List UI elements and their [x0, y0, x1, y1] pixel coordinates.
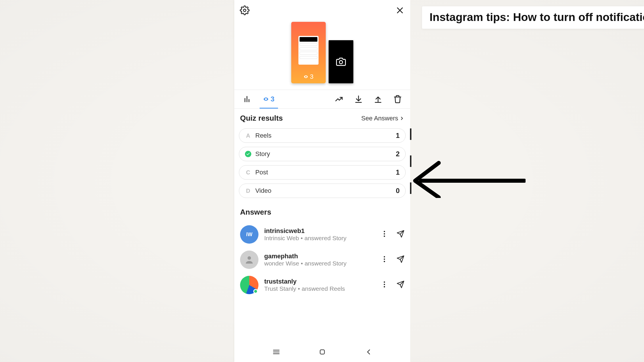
option-label: Post: [255, 169, 392, 176]
delete-button[interactable]: [388, 90, 407, 108]
recents-button[interactable]: [272, 348, 281, 356]
quiz-option-b[interactable]: Story 2: [239, 147, 406, 161]
svg-point-9: [384, 231, 385, 232]
option-letter: D: [245, 188, 251, 194]
option-label: Story: [255, 150, 392, 158]
svg-point-10: [384, 233, 385, 235]
check-icon: [245, 151, 251, 157]
recents-icon: [272, 348, 281, 356]
scroll-marks: [410, 128, 411, 194]
toolbar-tabs: 3: [234, 90, 410, 109]
option-letter: A: [245, 132, 251, 139]
camera-icon: [336, 57, 346, 67]
quiz-option-c[interactable]: C Post 1: [239, 165, 406, 180]
viewers-count: 3: [271, 95, 274, 103]
option-count: 1: [396, 168, 400, 176]
answer-row: gamephath wonder Wise • answered Story: [240, 247, 405, 272]
svg-point-3: [339, 61, 342, 64]
option-label: Reels: [255, 132, 392, 139]
settings-icon[interactable]: [239, 5, 250, 16]
online-dot-icon: [253, 289, 258, 294]
option-label: Video: [255, 187, 392, 195]
external-video-title: Instagram tips: How to turn off notifica…: [422, 6, 644, 29]
active-story-thumb[interactable]: 3: [291, 22, 326, 83]
answer-subtitle: wonder Wise • answered Story: [264, 260, 375, 267]
story-thumbnail-row: 3: [234, 19, 410, 90]
quiz-options-list: A Reels 1 Story 2 C Post 1 D Video 0: [234, 125, 410, 199]
viewers-tab[interactable]: 3: [257, 90, 280, 108]
share-icon: [374, 95, 382, 103]
more-icon[interactable]: [380, 230, 388, 239]
promote-button[interactable]: [330, 90, 348, 108]
eye-icon: [263, 96, 269, 102]
download-icon: [354, 95, 363, 103]
svg-point-17: [384, 284, 385, 285]
back-icon: [364, 348, 373, 356]
answer-username[interactable]: gamephath: [264, 253, 375, 260]
svg-point-15: [384, 261, 385, 262]
avatar[interactable]: [240, 251, 258, 269]
story-preview: [298, 36, 319, 65]
quiz-option-d[interactable]: D Video 0: [239, 184, 406, 198]
topbar: [234, 2, 410, 19]
send-icon[interactable]: [396, 255, 405, 264]
svg-point-13: [384, 256, 385, 258]
back-button[interactable]: [364, 348, 373, 356]
avatar[interactable]: iW: [240, 225, 258, 244]
answer-row: truststanly Trust Stanly • answered Reel…: [240, 272, 405, 298]
quiz-option-a[interactable]: A Reels 1: [239, 128, 406, 143]
bar-chart-icon: [243, 95, 251, 103]
add-story-camera-thumb[interactable]: [329, 40, 353, 83]
more-icon[interactable]: [380, 280, 388, 290]
annotation-arrow: [412, 161, 526, 198]
svg-point-12: [248, 256, 251, 260]
answer-row: iW intrinsicweb1 Intrinsic Web • answere…: [240, 222, 405, 247]
option-count: 0: [396, 187, 400, 195]
phone-screen: 3 3 Quiz results: [234, 0, 410, 362]
answer-subtitle: Intrinsic Web • answered Story: [264, 235, 375, 242]
svg-point-14: [384, 259, 385, 260]
share-button[interactable]: [369, 90, 387, 108]
android-navbar: [234, 342, 410, 362]
chevron-right-icon: [399, 116, 405, 121]
answers-title: Answers: [240, 208, 405, 217]
option-letter: C: [245, 169, 251, 176]
home-button[interactable]: [318, 348, 327, 356]
story-view-count: 3: [304, 73, 313, 80]
svg-point-16: [384, 282, 385, 283]
home-icon: [318, 348, 327, 356]
avatar[interactable]: [240, 276, 258, 294]
svg-point-18: [384, 286, 385, 288]
trend-up-icon: [335, 95, 343, 103]
quiz-results-title: Quiz results: [240, 114, 283, 123]
svg-point-11: [384, 236, 385, 237]
svg-rect-22: [320, 350, 325, 354]
send-icon[interactable]: [396, 280, 405, 290]
option-count: 1: [396, 132, 400, 140]
trash-icon: [393, 95, 402, 103]
download-button[interactable]: [349, 90, 368, 108]
answer-subtitle: Trust Stanly • answered Reels: [264, 285, 375, 292]
svg-point-0: [244, 9, 246, 12]
send-icon[interactable]: [396, 230, 405, 239]
close-icon[interactable]: [395, 5, 405, 16]
insights-tab[interactable]: [238, 90, 256, 108]
see-answers-link[interactable]: See Answers: [361, 115, 405, 122]
answer-username[interactable]: truststanly: [264, 278, 375, 285]
option-count: 2: [396, 150, 400, 158]
answer-username[interactable]: intrinsicweb1: [264, 227, 375, 235]
more-icon[interactable]: [380, 255, 388, 264]
